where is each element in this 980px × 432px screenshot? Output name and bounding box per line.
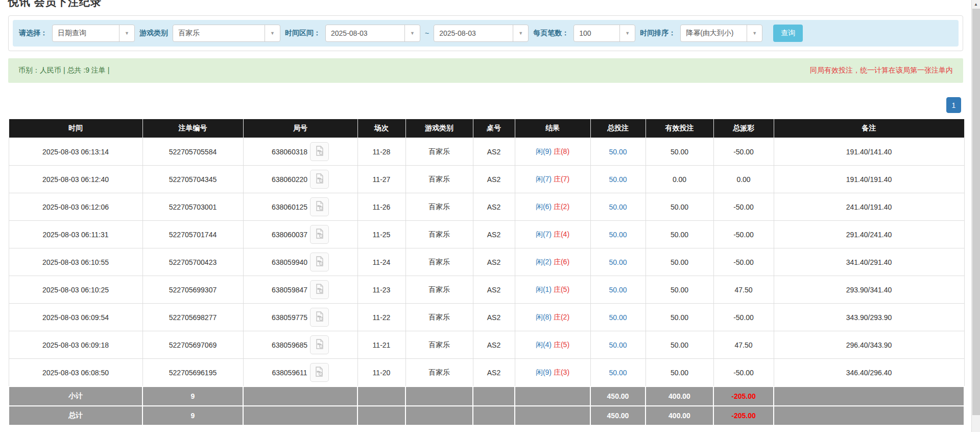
video-replay-button[interactable] (310, 363, 329, 382)
chevron-down-icon: ▼ (747, 25, 762, 41)
cell-session: 11-23 (357, 276, 405, 304)
per-page-label: 每页笔数： (533, 29, 569, 38)
cell-session: 11-20 (357, 359, 405, 387)
video-file-icon (314, 200, 325, 213)
cell-round-id: 638060318 (243, 138, 357, 166)
cell-total-bet[interactable]: 50.00 (590, 166, 646, 193)
cell-game: 百家乐 (405, 359, 473, 387)
query-type-value: 日期查询 (53, 25, 119, 41)
video-replay-button[interactable] (310, 225, 329, 244)
round-id-text: 638059611 (272, 369, 307, 377)
cell-game: 百家乐 (405, 138, 473, 166)
table-footer: 小计 9 450.00 400.00 -205.00 总计 9 450.00 4… (9, 386, 964, 425)
date-to-select[interactable]: 2025-08-03 ▼ (434, 25, 529, 42)
chevron-down-icon: ▼ (265, 25, 280, 41)
cell-total-bet[interactable]: 50.00 (590, 304, 646, 331)
cell-total-bet[interactable]: 50.00 (590, 276, 646, 304)
game-category-value: 百家乐 (173, 25, 265, 41)
cell-result: 闲(4) 庄(5) (515, 331, 590, 359)
cell-session: 11-22 (357, 304, 405, 331)
cell-payout: 0.00 (713, 166, 774, 193)
cell-payout: -50.00 (713, 138, 774, 166)
query-type-select[interactable]: 日期查询 ▼ (52, 25, 135, 42)
video-replay-button[interactable] (310, 197, 329, 216)
result-player: 闲(4) (536, 340, 552, 349)
video-replay-button[interactable] (310, 142, 329, 161)
currency-total-text: 币别：人民币 | 总共 :9 注单 | (18, 66, 109, 75)
table-row: 2025-08-03 06:11:31522705701744638060037… (9, 221, 964, 248)
cell-note: 296.40/343.90 (774, 331, 964, 359)
total-total-bet: 450.00 (590, 406, 646, 425)
table-row: 2025-08-03 06:09:54522705698277638059775… (9, 304, 964, 331)
video-replay-button[interactable] (310, 170, 329, 189)
cell-result: 闲(7) 庄(7) (515, 166, 590, 193)
cell-time: 2025-08-03 06:12:06 (9, 193, 142, 221)
cell-table-no: AS2 (473, 138, 515, 166)
round-id-text: 638059775 (272, 313, 307, 322)
cell-bet-id: 522705700423 (142, 248, 243, 276)
col-header-game: 游戏类别 (405, 119, 473, 138)
cell-total-bet[interactable]: 50.00 (590, 193, 646, 221)
cell-time: 2025-08-03 06:12:40 (9, 166, 142, 193)
result-banker: 庄(5) (554, 285, 569, 293)
search-button[interactable]: 查询 (773, 25, 803, 42)
cell-game: 百家乐 (405, 304, 473, 331)
round-id-text: 638060125 (272, 203, 307, 211)
result-player: 闲(6) (536, 202, 552, 211)
cell-time: 2025-08-03 06:10:55 (9, 248, 142, 276)
cell-session: 11-26 (357, 193, 405, 221)
cell-game: 百家乐 (405, 276, 473, 304)
col-header-time: 时间 (9, 119, 142, 138)
cell-result: 闲(9) 庄(8) (515, 138, 590, 166)
summary-bar: 币别：人民币 | 总共 :9 注单 | 同局有效投注，统一计算在该局第一张注单内 (8, 58, 963, 83)
scroll-up-arrow-icon[interactable]: ▲ (972, 0, 980, 9)
per-page-select[interactable]: 100 ▼ (573, 25, 635, 42)
time-sort-label: 时间排序： (640, 29, 676, 38)
cell-game: 百家乐 (405, 221, 473, 248)
total-row: 总计 9 450.00 400.00 -205.00 (9, 406, 964, 425)
cell-round-id: 638059685 (243, 331, 357, 359)
scrollbar-thumb[interactable] (972, 9, 980, 415)
game-category-select[interactable]: 百家乐 ▼ (173, 25, 280, 42)
video-file-icon (314, 173, 325, 186)
time-sort-value: 降幂(由大到小) (681, 25, 747, 41)
total-valid-bet: 400.00 (646, 406, 713, 425)
page-1-button[interactable]: 1 (946, 97, 961, 113)
cell-payout: -50.00 (713, 359, 774, 387)
cell-payout: -50.00 (713, 193, 774, 221)
cell-table-no: AS2 (473, 359, 515, 387)
cell-result: 闲(1) 庄(5) (515, 276, 590, 304)
video-replay-button[interactable] (310, 280, 329, 299)
subtotal-row: 小计 9 450.00 400.00 -205.00 (9, 386, 964, 406)
cell-valid-bet: 0.00 (646, 166, 713, 193)
video-replay-button[interactable] (310, 253, 329, 271)
result-banker: 庄(2) (554, 313, 569, 321)
cell-valid-bet: 50.00 (646, 276, 713, 304)
result-player: 闲(8) (536, 313, 552, 321)
cell-result: 闲(9) 庄(3) (515, 359, 590, 387)
subtotal-valid-bet: 400.00 (646, 386, 713, 406)
vertical-scrollbar[interactable]: ▲ (971, 0, 980, 432)
cell-game: 百家乐 (405, 331, 473, 359)
cell-result: 闲(8) 庄(2) (515, 304, 590, 331)
time-sort-select[interactable]: 降幂(由大到小) ▼ (680, 25, 762, 42)
valid-bet-notice-text: 同局有效投注，统一计算在该局第一张注单内 (810, 66, 953, 75)
cell-total-bet[interactable]: 50.00 (590, 138, 646, 166)
col-header-session: 场次 (357, 119, 405, 138)
cell-payout: -50.00 (713, 248, 774, 276)
cell-total-bet[interactable]: 50.00 (590, 359, 646, 387)
subtotal-total-bet: 450.00 (590, 386, 646, 406)
query-type-label: 请选择： (19, 29, 47, 38)
video-replay-button[interactable] (310, 335, 329, 354)
cell-total-bet[interactable]: 50.00 (590, 221, 646, 248)
cell-game: 百家乐 (405, 166, 473, 193)
result-banker: 庄(5) (554, 340, 569, 349)
table-body: 2025-08-03 06:13:14522705705584638060318… (9, 138, 964, 387)
result-player: 闲(9) (536, 147, 552, 155)
date-from-select[interactable]: 2025-08-03 ▼ (325, 25, 420, 42)
video-file-icon (314, 311, 325, 324)
cell-total-bet[interactable]: 50.00 (590, 248, 646, 276)
video-replay-button[interactable] (310, 308, 329, 327)
cell-game: 百家乐 (405, 193, 473, 221)
cell-total-bet[interactable]: 50.00 (590, 331, 646, 359)
